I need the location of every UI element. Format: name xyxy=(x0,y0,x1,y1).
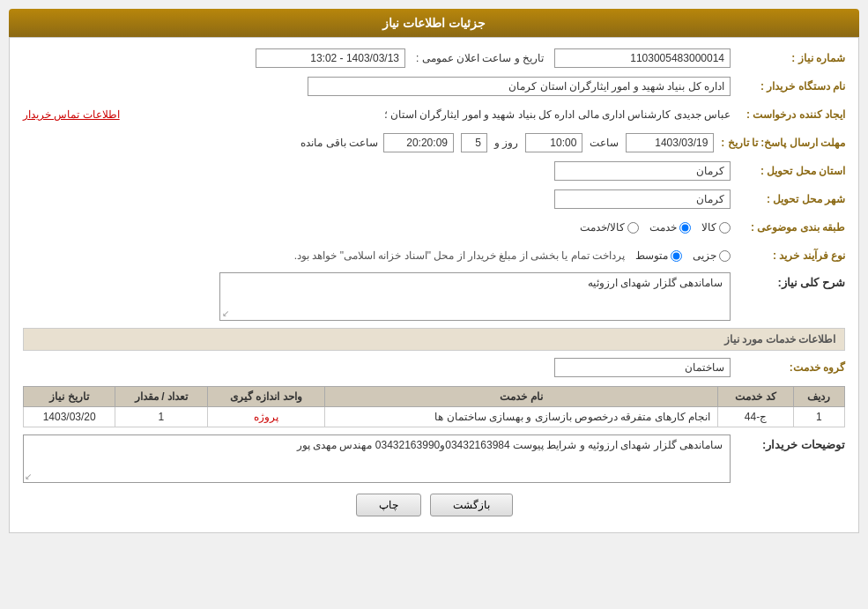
buyer-notes-label: توضیحات خریدار: xyxy=(731,434,845,451)
buyer-notes-resize: ↙ xyxy=(25,472,32,481)
deadline-remaining-box: 20:20:09 xyxy=(383,133,454,152)
services-section-label: اطلاعات خدمات مورد نیاز xyxy=(724,333,835,345)
need-number-box: 1103005483000014 xyxy=(554,48,731,68)
services-section-header: اطلاعات خدمات مورد نیاز xyxy=(23,328,845,351)
purchase-type-option-motavasset[interactable]: متوسط xyxy=(635,249,682,262)
deadline-remaining-label: ساعت باقی مانده xyxy=(300,137,378,149)
category-option-kala-khedmat[interactable]: کالا/خدمت xyxy=(580,221,639,234)
col-unit: واحد اندازه گیری xyxy=(207,387,325,407)
service-group-box: ساختمان xyxy=(554,358,731,377)
general-desc-value: ساماندهی گلزار شهدای ارزوئیه xyxy=(588,277,723,289)
category-radio-group: کالا خدمت کالا/خدمت xyxy=(580,221,731,234)
announcement-box: 1403/03/13 - 13:02 xyxy=(256,48,405,68)
city-value: کرمان xyxy=(696,193,724,205)
table-header-row: ردیف کد خدمت نام خدمت واحد اندازه گیری ت… xyxy=(24,387,845,407)
back-button[interactable]: بازگشت xyxy=(430,494,513,516)
deadline-remaining: 20:20:09 xyxy=(406,137,448,149)
general-desc-label: شرح کلی نیاز: xyxy=(731,272,845,289)
need-number-label: شماره نیاز : xyxy=(731,52,845,64)
deadline-day-label: روز و xyxy=(494,137,518,149)
deadline-time-label: ساعت xyxy=(590,137,619,149)
cell-unit: پروژه xyxy=(207,407,325,427)
deadline-date: 1403/03/19 xyxy=(655,137,708,149)
cell-quantity: 1 xyxy=(115,407,207,427)
col-date: تاریخ نیاز xyxy=(24,387,115,407)
col-service-name: نام خدمت xyxy=(325,387,718,407)
category-label-khedmat: خدمت xyxy=(649,221,677,234)
deadline-time: 10:00 xyxy=(550,137,576,149)
purchase-type-option-jozii[interactable]: جزیی xyxy=(693,249,731,262)
category-option-khedmat[interactable]: خدمت xyxy=(649,221,691,234)
need-number-value: 1103005483000014 xyxy=(630,52,724,64)
buyer-org-box: اداره کل بنیاد شهید و امور ایثارگران است… xyxy=(308,77,731,96)
province-row: استان محل تحویل : کرمان xyxy=(23,160,845,182)
category-radio-kala[interactable] xyxy=(719,222,731,234)
services-table: ردیف کد خدمت نام خدمت واحد اندازه گیری ت… xyxy=(23,386,845,427)
category-label-kala: کالا xyxy=(701,221,716,234)
print-button[interactable]: چاپ xyxy=(356,494,421,516)
deadline-date-box: 1403/03/19 xyxy=(626,133,714,152)
province-box: کرمان xyxy=(554,161,731,181)
buyer-notes-row: توضیحات خریدار: ساماندهی گلزار شهدای ارز… xyxy=(23,434,845,483)
deadline-days-box: 5 xyxy=(461,133,487,152)
purchase-type-label-jozii: جزیی xyxy=(693,249,716,262)
buyer-org-row: نام دستگاه خریدار : اداره کل بنیاد شهید … xyxy=(23,75,845,98)
cell-date: 1403/03/20 xyxy=(24,407,115,427)
buyer-org-value: اداره کل بنیاد شهید و امور ایثارگران است… xyxy=(508,80,724,93)
page-title: جزئیات اطلاعات نیاز xyxy=(382,16,486,30)
category-label-kala-khedmat: کالا/خدمت xyxy=(580,221,625,234)
table-row: 1 ج-44 انجام کارهای متفرقه درخصوص بازساز… xyxy=(24,407,845,427)
service-group-label: گروه خدمت: xyxy=(731,361,845,374)
province-label: استان محل تحویل : xyxy=(731,165,845,177)
category-label: طبقه بندی موضوعی : xyxy=(731,221,845,234)
col-quantity: تعداد / مقدار xyxy=(115,387,207,407)
buttons-row: بازگشت چاپ xyxy=(23,494,845,516)
province-value: کرمان xyxy=(696,165,724,177)
general-desc-row: شرح کلی نیاز: ساماندهی گلزار شهدای ارزوئ… xyxy=(23,272,845,321)
category-row: طبقه بندی موضوعی : کالا خدمت کالا/خدمت xyxy=(23,216,845,239)
category-radio-khedmat[interactable] xyxy=(679,222,691,234)
purchase-type-label-motavasset: متوسط xyxy=(635,249,668,262)
buyer-notes-container: ساماندهی گلزار شهدای ارزوئیه و شرایط پیو… xyxy=(23,434,731,483)
resize-handle: ↙ xyxy=(222,308,229,318)
buyer-org-label: نام دستگاه خریدار : xyxy=(731,80,845,93)
announcement-value: 1403/03/13 - 13:02 xyxy=(310,52,399,64)
requester-contact-link[interactable]: اطلاعات تماس خریدار xyxy=(23,108,120,121)
cell-row-num: 1 xyxy=(793,407,844,427)
page-wrapper: جزئیات اطلاعات نیاز شماره نیاز : 1103005… xyxy=(0,0,868,542)
requester-label: ایجاد کننده درخواست : xyxy=(731,108,845,121)
deadline-label: مهلت ارسال پاسخ: تا تاریخ : xyxy=(714,137,845,149)
purchase-type-radio-motavasset[interactable] xyxy=(671,250,682,262)
purchase-type-row: نوع فرآیند خرید : جزیی متوسط پرداخت تمام… xyxy=(23,244,845,267)
category-radio-kala-khedmat[interactable] xyxy=(627,222,639,234)
col-row-num: ردیف xyxy=(793,387,844,407)
announcement-label: تاریخ و ساعت اعلان عمومی : xyxy=(416,52,544,64)
service-group-value: ساختمان xyxy=(685,361,724,374)
purchase-type-note: پرداخت تمام یا بخشی از مبلغ خریدار از مح… xyxy=(294,249,625,262)
deadline-row: مهلت ارسال پاسخ: تا تاریخ : 1403/03/19 س… xyxy=(23,131,845,154)
city-label: شهر محل تحویل : xyxy=(731,193,845,205)
need-number-row: شماره نیاز : 1103005483000014 تاریخ و سا… xyxy=(23,47,845,70)
purchase-type-radio-jozii[interactable] xyxy=(719,250,731,262)
category-option-kala[interactable]: کالا xyxy=(701,221,731,234)
requester-value: عباس جدیدی کارشناس اداری مالی اداره کل ب… xyxy=(120,108,731,121)
general-desc-box: ساماندهی گلزار شهدای ارزوئیه ↙ xyxy=(219,272,731,321)
services-table-section: ردیف کد خدمت نام خدمت واحد اندازه گیری ت… xyxy=(23,386,845,427)
city-box: کرمان xyxy=(554,189,731,209)
purchase-type-label: نوع فرآیند خرید : xyxy=(731,249,845,262)
purchase-type-radio-group: جزیی متوسط xyxy=(635,249,731,262)
content-area: شماره نیاز : 1103005483000014 تاریخ و سا… xyxy=(9,37,859,533)
requester-row: ایجاد کننده درخواست : عباس جدیدی کارشناس… xyxy=(23,103,845,126)
deadline-time-box: 10:00 xyxy=(525,133,582,152)
buyer-notes-value: ساماندهی گلزار شهدای ارزوئیه و شرایط پیو… xyxy=(297,439,723,451)
page-header: جزئیات اطلاعات نیاز xyxy=(9,9,859,37)
deadline-days: 5 xyxy=(475,137,481,149)
buyer-notes-box: ساماندهی گلزار شهدای ارزوئیه و شرایط پیو… xyxy=(23,434,731,483)
cell-service-name: انجام کارهای متفرقه درخصوص بازسازی و بهس… xyxy=(325,407,718,427)
city-row: شهر محل تحویل : کرمان xyxy=(23,188,845,211)
service-group-row: گروه خدمت: ساختمان xyxy=(23,356,845,379)
col-service-code: کد خدمت xyxy=(718,387,794,407)
cell-service-code: ج-44 xyxy=(718,407,794,427)
